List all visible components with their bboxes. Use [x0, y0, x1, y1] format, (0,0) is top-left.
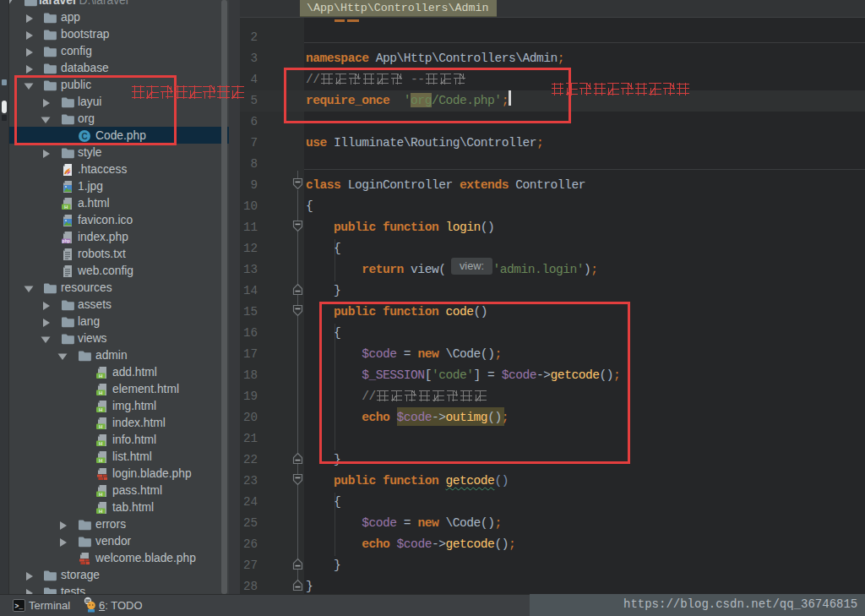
svg-text:H: H	[99, 441, 102, 446]
svg-text:H: H	[99, 509, 102, 514]
svg-text:H: H	[99, 407, 102, 412]
svg-text:H: H	[99, 373, 102, 379]
svg-text:H: H	[99, 492, 102, 497]
svg-text:H: H	[64, 204, 68, 210]
svg-text:php: php	[63, 238, 70, 243]
svg-text:H: H	[99, 458, 102, 463]
svg-text:>_: >_	[14, 602, 24, 611]
svg-text:H: H	[99, 424, 102, 429]
svg-text:H: H	[99, 390, 102, 395]
